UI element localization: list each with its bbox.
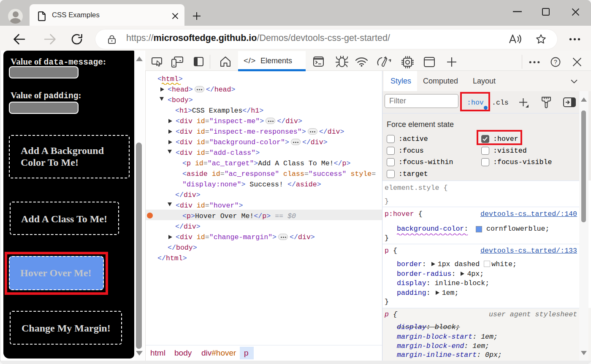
- svg-text:?: ?: [554, 59, 557, 65]
